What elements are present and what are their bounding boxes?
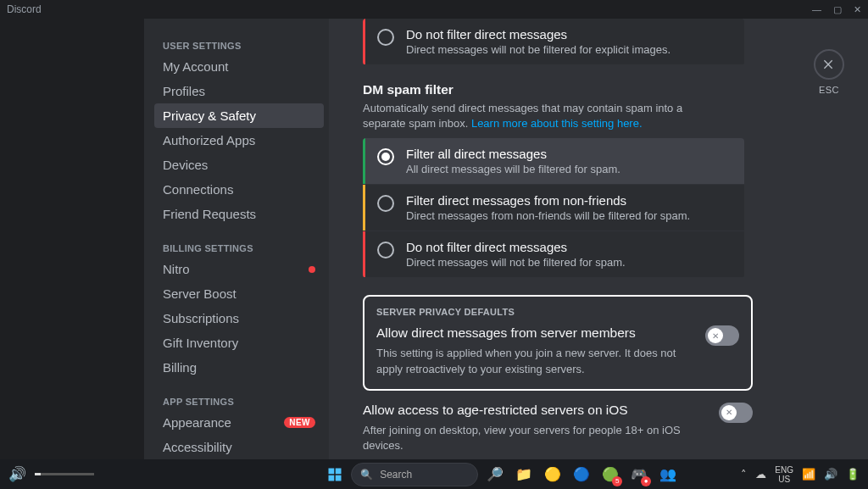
badge-icon: ●: [641, 476, 651, 486]
spam-filter-none[interactable]: Do not filter direct messages Direct mes…: [363, 231, 744, 277]
taskbar-search[interactable]: 🔍 Search: [351, 463, 478, 486]
sidebar-section-user: USER SETTINGS: [154, 36, 324, 54]
spam-filter-all[interactable]: Filter all direct messages All direct me…: [363, 138, 744, 184]
task-whatsapp-icon[interactable]: 🟢5: [598, 463, 622, 486]
option-desc: Direct messages will not be filtered for…: [406, 256, 626, 269]
age-ios-toggle[interactable]: ✕: [719, 403, 753, 423]
new-badge: NEW: [284, 417, 315, 428]
allow-dm-row: Allow direct messages from server member…: [376, 325, 739, 376]
svg-rect-1: [336, 468, 342, 474]
server-privacy-label: SERVER PRIVACY DEFAULTS: [376, 307, 739, 317]
app-name: Discord: [7, 3, 42, 15]
volume-overlay: 🔊: [8, 465, 263, 483]
option-title: Filter all direct messages: [406, 147, 620, 161]
radio-icon: [377, 29, 394, 46]
tray-battery-icon[interactable]: 🔋: [846, 468, 860, 481]
option-desc: Direct messages will not be filtered for…: [406, 43, 670, 56]
task-edge-icon[interactable]: 🔵: [570, 463, 593, 486]
toggle-knob-icon: ✕: [708, 328, 723, 343]
windows-icon: [327, 467, 342, 482]
dm-spam-subtext: Automatically send direct messages that …: [363, 101, 727, 131]
spam-filter-nonfriends[interactable]: Filter direct messages from non-friends …: [363, 185, 744, 231]
option-desc: Direct messages from non-friends will be…: [406, 209, 690, 222]
maximize-button[interactable]: ▢: [833, 4, 842, 15]
tray-chevron-icon[interactable]: ˄: [741, 468, 747, 481]
minimize-button[interactable]: —: [812, 4, 821, 15]
start-button[interactable]: [324, 464, 346, 486]
sidebar-item-appearance[interactable]: AppearanceNEW: [154, 410, 324, 435]
sidebar-item-devices[interactable]: Devices: [154, 153, 324, 177]
taskbar-center: 🔍 Search 🔎 📁 🟡 🔵 🟢5 🎮● 👥: [270, 463, 734, 486]
search-placeholder: Search: [380, 469, 412, 481]
allow-dm-desc: This setting is applied when you join a …: [376, 346, 688, 376]
task-discord-icon[interactable]: 🎮●: [627, 463, 651, 486]
close-window-button[interactable]: ✕: [854, 4, 861, 15]
svg-rect-3: [336, 475, 342, 481]
svg-rect-0: [329, 468, 335, 474]
option-title: Filter direct messages from non-friends: [406, 193, 690, 208]
close-settings-container: ESC: [814, 49, 844, 95]
task-chrome-icon[interactable]: 🟡: [541, 463, 565, 486]
radio-icon: [377, 242, 394, 258]
tray-wifi-icon[interactable]: 📶: [802, 468, 815, 481]
settings-content: ESC Do not filter direct messages Direct…: [329, 19, 868, 459]
task-bing-icon[interactable]: 🔎: [483, 463, 507, 486]
tray-volume-icon[interactable]: 🔊: [824, 468, 837, 481]
radio-icon: [377, 195, 394, 212]
sidebar-item-connections[interactable]: Connections: [154, 177, 324, 202]
allow-dm-toggle[interactable]: ✕: [705, 325, 739, 346]
windows-taskbar: 🔊 🔍 Search 🔎 📁 🟡 🔵 🟢5 🎮● 👥 ˄ ☁ ENG US 📶 …: [0, 459, 868, 489]
settings-sidebar: USER SETTINGS My Account Profiles Privac…: [144, 19, 329, 459]
close-settings-button[interactable]: [814, 49, 844, 80]
window-controls: — ▢ ✕: [812, 4, 861, 15]
sidebar-item-authorized-apps[interactable]: Authorized Apps: [154, 128, 324, 153]
notification-dot-icon: [309, 266, 315, 273]
sidebar-item-nitro[interactable]: Nitro: [154, 257, 324, 281]
sidebar-item-accessibility[interactable]: Accessibility: [154, 435, 324, 459]
sidebar-item-gift-inventory[interactable]: Gift Inventory: [154, 331, 324, 355]
sidebar-item-my-account[interactable]: My Account: [154, 54, 324, 79]
dm-spam-heading-block: DM spam filter Automatically send direct…: [363, 82, 727, 131]
age-ios-title: Allow access to age-restricted servers o…: [363, 403, 702, 418]
explicit-filter-group-partial: Do not filter direct messages Direct mes…: [363, 19, 744, 65]
badge-icon: 5: [612, 476, 622, 486]
tray-onedrive-icon[interactable]: ☁: [755, 468, 766, 481]
dm-spam-learn-more-link[interactable]: Learn more about this setting here.: [471, 117, 643, 130]
esc-label: ESC: [814, 85, 844, 95]
sidebar-item-billing[interactable]: Billing: [154, 355, 324, 380]
explicit-filter-none[interactable]: Do not filter direct messages Direct mes…: [363, 19, 744, 64]
task-explorer-icon[interactable]: 📁: [512, 463, 536, 486]
toggle-knob-icon: ✕: [721, 405, 737, 420]
speaker-icon[interactable]: 🔊: [8, 465, 26, 483]
option-title: Do not filter direct messages: [406, 240, 626, 254]
sidebar-item-friend-requests[interactable]: Friend Requests: [154, 202, 324, 226]
sidebar-item-server-boost[interactable]: Server Boost: [154, 281, 324, 306]
sidebar-section-billing: BILLING SETTINGS: [154, 238, 324, 257]
discord-server-rail: [0, 19, 144, 459]
option-title: Do not filter direct messages: [406, 27, 670, 42]
volume-slider[interactable]: [35, 473, 94, 475]
sidebar-item-subscriptions[interactable]: Subscriptions: [154, 306, 324, 331]
close-icon: [822, 58, 836, 71]
task-teams-icon[interactable]: 👥: [656, 463, 680, 486]
server-privacy-defaults-block: SERVER PRIVACY DEFAULTS Allow direct mes…: [363, 295, 753, 390]
option-desc: All direct messages will be filtered for…: [406, 163, 620, 175]
sidebar-section-app: APP SETTINGS: [154, 392, 324, 410]
search-icon: 🔍: [360, 469, 373, 481]
age-ios-desc: After joining on desktop, view your serv…: [363, 423, 702, 453]
radio-checked-icon: [377, 148, 394, 165]
language-indicator[interactable]: ENG US: [775, 465, 793, 484]
allow-dm-title: Allow direct messages from server member…: [376, 325, 688, 341]
window-titlebar: Discord — ▢ ✕: [0, 0, 868, 19]
age-ios-block: Allow access to age-restricted servers o…: [363, 391, 753, 459]
dm-spam-heading: DM spam filter: [363, 82, 727, 97]
system-tray: ˄ ☁ ENG US 📶 🔊 🔋: [741, 465, 860, 484]
dm-spam-filter-group: Filter all direct messages All direct me…: [363, 138, 744, 278]
sidebar-item-profiles[interactable]: Profiles: [154, 79, 324, 103]
svg-rect-2: [329, 475, 335, 481]
sidebar-item-privacy[interactable]: Privacy & Safety: [154, 103, 324, 128]
